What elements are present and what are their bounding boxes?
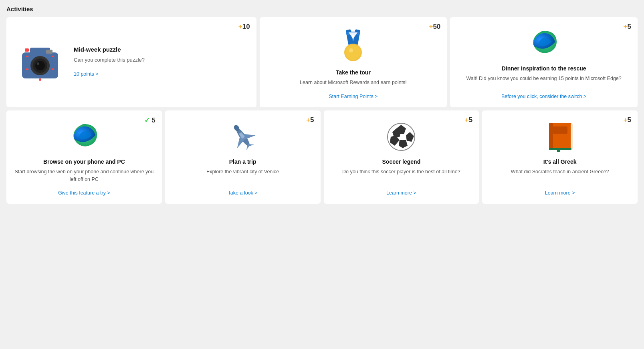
card-mid-week-puzzle: +10 [6,17,256,107]
svg-point-19 [349,48,353,52]
card-dinner-link[interactable]: Before you click, consider the switch > [501,94,586,99]
points-badge-browse: ✓ 5 [144,116,155,124]
card-tour-link[interactable]: Start Earning Points > [329,94,378,99]
points-badge-trip: +5 [306,116,314,124]
card-trip-link[interactable]: Take a look > [228,190,258,196]
card-puzzle-title: Mid-week puzzle [74,46,248,53]
page-title: Activities [6,4,638,12]
card-puzzle-desc: Can you complete this puzzle? [74,56,248,64]
card-puzzle-content: Mid-week puzzle Can you complete this pu… [74,46,248,77]
card-browse-title: Browse on your phone and PC [43,158,125,165]
svg-rect-35 [553,126,567,134]
card-soccer-legend: +5 Soccer legend Do you think this socce… [324,110,479,204]
svg-rect-8 [26,56,28,57]
card-greek-title: It's all Greek [543,158,577,165]
card-tour-title: Take the tour [336,69,371,76]
card-plan-trip: +5 Plan a trip Explore the [165,110,321,204]
svg-rect-34 [571,124,573,149]
card-dinner-inspiration: +5 [450,17,638,107]
svg-rect-10 [26,68,28,70]
card-puzzle-link[interactable]: 10 points > [74,71,99,77]
book-icon [546,121,574,153]
card-trip-desc: Explore the vibrant city of Venice [206,168,279,183]
card-greek: +5 It's all Greek What did Socrates teac… [482,110,638,204]
card-greek-desc: What did Socrates teach in ancient Greec… [511,168,609,183]
svg-point-7 [37,62,39,65]
card-browse-desc: Start browsing the web on your phone and… [14,168,154,183]
medal-icon [335,28,371,64]
card-browse-phone: ✓ 5 Browse on your p [6,110,162,204]
card-tour-desc: Learn about Microsoft Rewards and earn p… [300,79,407,86]
card-take-tour: +50 Take the tour Learn about Microsoft … [260,17,447,107]
svg-rect-33 [549,123,553,150]
points-badge-puzzle: +10 [238,23,250,31]
card-soccer-desc: Do you think this soccer player is the b… [342,168,460,183]
soccer-ball-icon [385,121,417,153]
card-trip-title: Plan a trip [229,158,256,165]
activities-row1: +10 [6,17,638,107]
edge-icon-browse [68,121,100,153]
points-badge-soccer: +5 [465,116,472,124]
svg-point-12 [39,78,41,81]
card-greek-link[interactable]: Learn more > [545,190,575,196]
svg-point-18 [345,45,361,60]
card-dinner-title: Dinner inspiration to the rescue [502,65,586,72]
points-badge-tour: +50 [429,23,440,31]
camera-icon [16,36,64,86]
card-soccer-title: Soccer legend [382,158,421,165]
svg-rect-37 [557,148,560,152]
card-soccer-link[interactable]: Learn more > [386,190,416,196]
activities-row2: ✓ 5 Browse on your p [6,110,638,204]
card-dinner-desc: Wait! Did you know you could be earning … [466,75,622,86]
svg-rect-3 [46,50,52,54]
svg-point-6 [35,61,45,70]
points-badge-dinner: +5 [624,23,631,31]
svg-rect-9 [52,56,54,57]
svg-rect-11 [52,68,54,70]
airplane-icon [227,121,259,153]
card-browse-link[interactable]: Give this feature a try > [58,190,110,196]
points-badge-greek: +5 [624,116,631,124]
edge-icon-dinner [528,28,560,60]
svg-rect-2 [25,48,29,52]
